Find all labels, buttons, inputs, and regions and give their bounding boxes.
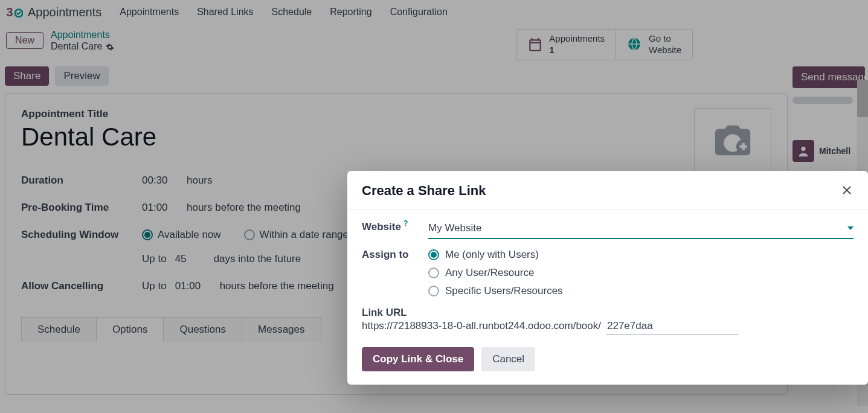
radio-icon — [428, 267, 439, 278]
cancel-button[interactable]: Cancel — [481, 347, 535, 371]
chevron-down-icon — [847, 226, 854, 230]
share-link-modal: Create a Share Link Website ? My Website… — [347, 171, 868, 385]
assign-opt-any-label: Any User/Resource — [445, 267, 534, 279]
copy-link-close-button[interactable]: Copy Link & Close — [362, 347, 474, 371]
link-url-section: Link URL https://72188933-18-0-all.runbo… — [362, 307, 854, 335]
link-url-slug-input[interactable] — [606, 320, 739, 335]
radio-icon — [428, 286, 439, 296]
link-url-base: https://72188933-18-0-all.runbot244.odoo… — [362, 320, 601, 332]
assign-opt-me[interactable]: Me (only with Users) — [428, 249, 854, 261]
website-select[interactable]: My Website — [428, 221, 854, 239]
radio-icon — [428, 249, 439, 260]
help-icon[interactable]: ? — [403, 219, 408, 228]
assign-opt-me-label: Me (only with Users) — [445, 249, 539, 261]
assign-opt-specific[interactable]: Specific Users/Resources — [428, 285, 854, 297]
link-url-label: Link URL — [362, 307, 854, 319]
website-label: Website ? — [362, 221, 428, 233]
assign-opt-specific-label: Specific Users/Resources — [445, 285, 563, 297]
assign-to-options: Me (only with Users) Any User/Resource S… — [428, 249, 854, 297]
modal-title: Create a Share Link — [362, 183, 486, 199]
assign-opt-any[interactable]: Any User/Resource — [428, 267, 854, 279]
close-icon[interactable] — [840, 184, 854, 199]
assign-to-label: Assign to — [362, 249, 428, 261]
website-label-text: Website — [362, 221, 401, 233]
website-value: My Website — [428, 222, 482, 234]
